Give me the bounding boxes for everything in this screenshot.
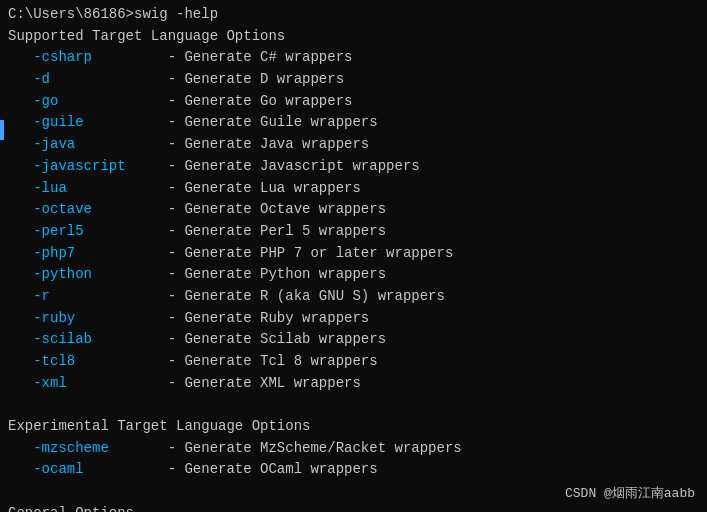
option-item: -lua - Generate Lua wrappers xyxy=(8,178,699,200)
option-flag: -ruby xyxy=(8,310,168,326)
option-flag: -php7 xyxy=(8,245,168,261)
option-item: -xml - Generate XML wrappers xyxy=(8,373,699,395)
option-description: - Generate Ruby wrappers xyxy=(168,310,370,326)
option-flag: -python xyxy=(8,266,168,282)
section1-header: Supported Target Language Options xyxy=(8,26,699,48)
exp-option-item: -mzscheme - Generate MzScheme/Racket wra… xyxy=(8,438,699,460)
watermark: CSDN @烟雨江南aabb xyxy=(565,484,695,502)
option-item: -ruby - Generate Ruby wrappers xyxy=(8,308,699,330)
option-description: - Generate Java wrappers xyxy=(168,136,370,152)
option-description: - Generate Go wrappers xyxy=(168,93,353,109)
exp-option-description: - Generate MzScheme/Racket wrappers xyxy=(168,440,462,456)
option-description: - Generate PHP 7 or later wrappers xyxy=(168,245,454,261)
option-flag: -r xyxy=(8,288,168,304)
options-list: -csharp - Generate C# wrappers -d - Gene… xyxy=(8,47,699,394)
section3-header: General Options xyxy=(8,503,699,512)
option-flag: -octave xyxy=(8,201,168,217)
option-flag: -csharp xyxy=(8,49,168,65)
option-description: - Generate C# wrappers xyxy=(168,49,353,65)
option-description: - Generate Python wrappers xyxy=(168,266,386,282)
option-description: - Generate XML wrappers xyxy=(168,375,361,391)
option-item: -tcl8 - Generate Tcl 8 wrappers xyxy=(8,351,699,373)
exp-option-description: - Generate OCaml wrappers xyxy=(168,461,378,477)
option-item: -d - Generate D wrappers xyxy=(8,69,699,91)
option-flag: -javascript xyxy=(8,158,168,174)
exp-option-flag: -mzscheme xyxy=(8,440,168,456)
option-item: -perl5 - Generate Perl 5 wrappers xyxy=(8,221,699,243)
option-item: -go - Generate Go wrappers xyxy=(8,91,699,113)
exp-option-flag: -ocaml xyxy=(8,461,168,477)
option-flag: -perl5 xyxy=(8,223,168,239)
left-accent-bar xyxy=(0,120,4,140)
blank-line-1 xyxy=(8,394,699,416)
option-item: -java - Generate Java wrappers xyxy=(8,134,699,156)
option-description: - Generate Lua wrappers xyxy=(168,180,361,196)
terminal-window: C:\Users\86186>swig -help Supported Targ… xyxy=(0,0,707,512)
option-item: -csharp - Generate C# wrappers xyxy=(8,47,699,69)
option-description: - Generate Tcl 8 wrappers xyxy=(168,353,378,369)
option-flag: -guile xyxy=(8,114,168,130)
option-item: -php7 - Generate PHP 7 or later wrappers xyxy=(8,243,699,265)
option-description: - Generate Octave wrappers xyxy=(168,201,386,217)
option-flag: -xml xyxy=(8,375,168,391)
exp-option-item: -ocaml - Generate OCaml wrappers xyxy=(8,459,699,481)
command-line: C:\Users\86186>swig -help xyxy=(8,4,699,26)
option-flag: -tcl8 xyxy=(8,353,168,369)
section2-header: Experimental Target Language Options xyxy=(8,416,699,438)
option-description: - Generate R (aka GNU S) wrappers xyxy=(168,288,445,304)
option-flag: -lua xyxy=(8,180,168,196)
option-item: -javascript - Generate Javascript wrappe… xyxy=(8,156,699,178)
option-description: - Generate Perl 5 wrappers xyxy=(168,223,386,239)
exp-options-list: -mzscheme - Generate MzScheme/Racket wra… xyxy=(8,438,699,481)
option-description: - Generate D wrappers xyxy=(168,71,344,87)
option-description: - Generate Guile wrappers xyxy=(168,114,378,130)
option-item: -scilab - Generate Scilab wrappers xyxy=(8,329,699,351)
option-item: -guile - Generate Guile wrappers xyxy=(8,112,699,134)
option-flag: -d xyxy=(8,71,168,87)
option-item: -octave - Generate Octave wrappers xyxy=(8,199,699,221)
option-description: - Generate Scilab wrappers xyxy=(168,331,386,347)
option-flag: -scilab xyxy=(8,331,168,347)
option-item: -r - Generate R (aka GNU S) wrappers xyxy=(8,286,699,308)
option-flag: -java xyxy=(8,136,168,152)
option-flag: -go xyxy=(8,93,168,109)
option-description: - Generate Javascript wrappers xyxy=(168,158,420,174)
option-item: -python - Generate Python wrappers xyxy=(8,264,699,286)
